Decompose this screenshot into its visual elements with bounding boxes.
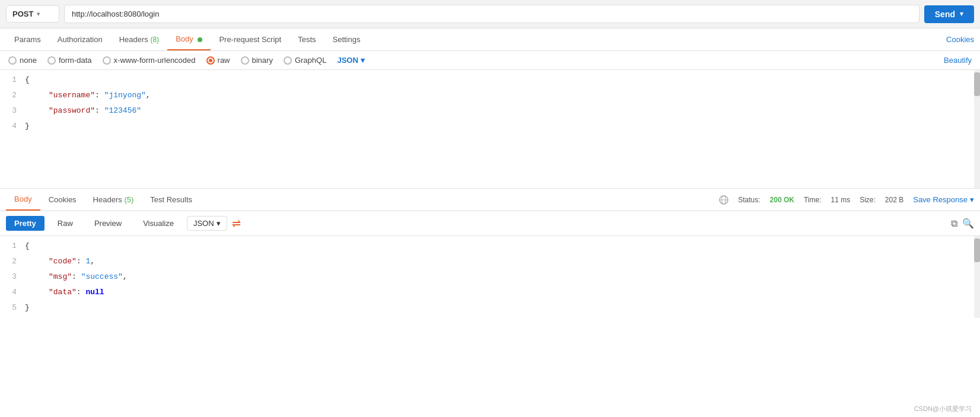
radio-urlencoded[interactable]: x-www-form-urlencoded <box>103 56 196 65</box>
tab-body[interactable]: Body <box>167 28 211 50</box>
response-line-numbers: 1 2 3 4 5 <box>0 238 23 316</box>
response-tab-headers[interactable]: Headers (5) <box>85 189 142 210</box>
response-section: Body Cookies Headers (5) Test Results St… <box>0 189 980 318</box>
status-label: Status: <box>738 196 760 204</box>
response-body-editor: 1 2 3 4 5 { "code": 1, "msg": "success",… <box>0 236 980 318</box>
format-tab-visualize[interactable]: Visualize <box>135 216 182 231</box>
request-code-content: { "username": "jinyong", "password": "12… <box>23 72 980 134</box>
tab-authorization[interactable]: Authorization <box>49 29 111 50</box>
radio-urlencoded-circle <box>103 56 111 65</box>
globe-icon <box>719 195 728 205</box>
tab-settings[interactable]: Settings <box>324 29 369 50</box>
url-input[interactable] <box>64 5 919 23</box>
radio-urlencoded-label: x-www-form-urlencoded <box>114 56 196 65</box>
request-scroll-thumb <box>974 72 980 96</box>
send-chevron-icon: ▾ <box>960 10 963 18</box>
resp-line-1: { <box>25 238 980 254</box>
tab-tests[interactable]: Tests <box>289 29 324 50</box>
resp-line-4: "data": null <box>25 285 980 300</box>
line-num-4: 4 <box>0 119 17 134</box>
req-line-2: "username": "jinyong", <box>25 88 980 103</box>
request-line-numbers: 1 2 3 4 <box>0 72 23 134</box>
time-label: Time: <box>804 196 822 204</box>
resp-line-num-1: 1 <box>0 238 17 254</box>
response-scroll-track[interactable] <box>974 236 980 318</box>
req-line-3: "password": "123456" <box>25 103 980 119</box>
radio-raw[interactable]: raw <box>206 56 230 65</box>
copy-icon[interactable]: ⧉ <box>951 218 957 229</box>
line-num-2: 2 <box>0 88 17 103</box>
format-tab-pretty[interactable]: Pretty <box>6 216 44 231</box>
response-tab-body[interactable]: Body <box>6 189 40 211</box>
response-status-bar: Status: 200 OK Time: 11 ms Size: 202 B S… <box>719 195 974 205</box>
response-code-content: { "code": 1, "msg": "success", "data": n… <box>23 238 980 316</box>
tab-headers[interactable]: Headers (8) <box>111 29 167 50</box>
json-type-chevron-icon: ▾ <box>361 56 365 65</box>
save-response-label: Save Response <box>913 195 968 204</box>
line-num-1: 1 <box>0 72 17 88</box>
response-tab-bar: Body Cookies Headers (5) Test Results St… <box>0 189 980 211</box>
request-tab-bar: Params Authorization Headers (8) Body Pr… <box>0 28 980 51</box>
radio-form-data-label: form-data <box>59 56 92 65</box>
radio-raw-label: raw <box>218 56 230 65</box>
resp-line-3: "msg": "success", <box>25 269 980 285</box>
radio-binary-circle <box>241 56 249 65</box>
resp-line-num-5: 5 <box>0 300 17 316</box>
beautify-button[interactable]: Beautify <box>944 56 972 65</box>
wrap-lines-icon[interactable]: ⇌ <box>232 217 241 230</box>
response-format-chevron-icon: ▾ <box>217 219 221 228</box>
json-type-label: JSON <box>337 56 358 65</box>
response-code-block: 1 2 3 4 5 { "code": 1, "msg": "success",… <box>0 236 980 318</box>
line-num-3: 3 <box>0 103 17 119</box>
status-value: 200 OK <box>770 196 794 204</box>
radio-graphql-circle <box>284 56 292 65</box>
radio-form-data[interactable]: form-data <box>47 56 92 65</box>
radio-raw-circle <box>206 56 215 65</box>
time-value: 11 ms <box>831 196 850 204</box>
req-line-1: { <box>25 72 980 88</box>
send-button[interactable]: Send ▾ <box>924 5 974 23</box>
json-type-dropdown[interactable]: JSON ▾ <box>337 56 364 65</box>
size-label: Size: <box>860 196 876 204</box>
tab-headers-label: Headers <box>119 35 148 44</box>
body-type-row: none form-data x-www-form-urlencoded raw… <box>0 51 980 70</box>
tab-body-label: Body <box>176 34 193 43</box>
resp-line-num-2: 2 <box>0 254 17 269</box>
search-icon[interactable]: 🔍 <box>962 218 974 229</box>
radio-none-circle <box>8 56 17 65</box>
response-tab-cookies[interactable]: Cookies <box>40 189 85 210</box>
radio-graphql[interactable]: GraphQL <box>284 56 326 65</box>
tab-params[interactable]: Params <box>6 29 49 50</box>
request-code-block: 1 2 3 4 { "username": "jinyong", "passwo… <box>0 70 980 136</box>
request-body-editor[interactable]: 1 2 3 4 { "username": "jinyong", "passwo… <box>0 70 980 189</box>
response-subtoolbar: Pretty Raw Preview Visualize JSON ▾ ⇌ ⧉ … <box>0 211 980 236</box>
radio-binary[interactable]: binary <box>241 56 273 65</box>
radio-binary-label: binary <box>252 56 273 65</box>
resp-line-2: "code": 1, <box>25 254 980 269</box>
size-value: 202 B <box>885 196 903 204</box>
method-dropdown[interactable]: POST ▾ <box>6 5 59 23</box>
resp-headers-badge: (5) <box>124 195 133 204</box>
resp-line-num-4: 4 <box>0 285 17 300</box>
radio-form-data-circle <box>47 56 56 65</box>
cookies-link[interactable]: Cookies <box>946 29 974 50</box>
method-label: POST <box>12 9 33 18</box>
body-active-dot <box>198 37 202 42</box>
response-format-label: JSON <box>193 219 214 228</box>
headers-badge: (8) <box>150 36 159 44</box>
radio-none[interactable]: none <box>8 56 37 65</box>
format-tab-raw[interactable]: Raw <box>49 216 81 231</box>
resp-line-5: } <box>25 300 980 316</box>
format-tab-preview[interactable]: Preview <box>86 216 130 231</box>
request-scroll-track[interactable] <box>974 70 980 188</box>
request-toolbar: POST ▾ Send ▾ <box>0 0 980 28</box>
resp-headers-label: Headers <box>93 195 122 204</box>
radio-none-label: none <box>20 56 37 65</box>
save-response-chevron-icon: ▾ <box>970 195 974 204</box>
save-response-button[interactable]: Save Response ▾ <box>913 195 974 204</box>
tab-pre-request-script[interactable]: Pre-request Script <box>211 29 289 50</box>
response-scroll-thumb <box>974 238 980 262</box>
response-tab-test-results[interactable]: Test Results <box>142 189 201 210</box>
response-json-dropdown[interactable]: JSON ▾ <box>187 216 227 231</box>
resp-line-num-3: 3 <box>0 269 17 285</box>
